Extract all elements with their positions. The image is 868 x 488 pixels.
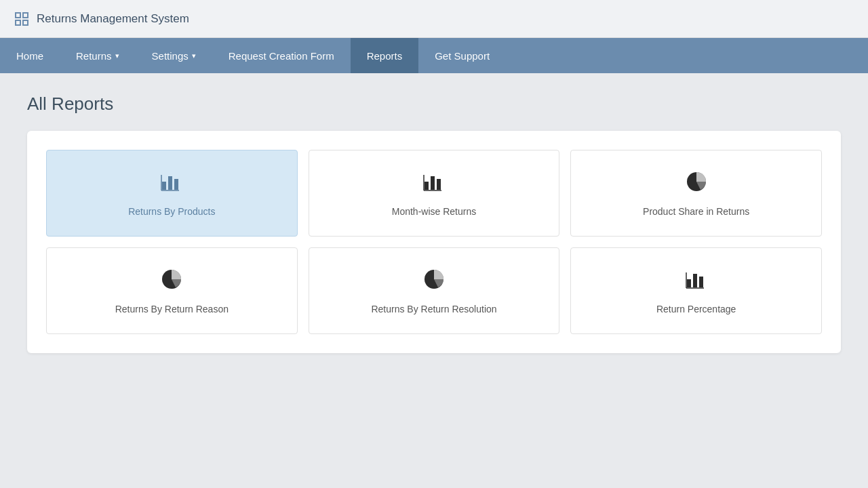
returns-dropdown-arrow: ▾ [115,52,119,60]
report-card-returns-by-return-resolution[interactable]: Returns By Return Resolution [309,247,560,334]
bar-chart-icon-returns-by-products [159,169,184,197]
report-card-label-return-percentage: Return Percentage [656,304,736,314]
reports-container: Returns By Products Month-wise Returns P… [27,131,841,353]
report-card-label-product-share-in-returns: Product Share in Returns [643,206,749,217]
report-card-return-percentage[interactable]: Return Percentage [570,247,822,334]
svg-rect-1 [23,13,28,18]
svg-rect-6 [174,179,178,190]
svg-rect-19 [699,277,703,287]
nav-label-returns: Returns [76,50,112,62]
nav-label-home: Home [16,50,43,62]
svg-rect-10 [431,176,435,190]
app-logo: Returns Management System [14,11,189,27]
svg-rect-18 [693,274,697,287]
report-card-label-returns-by-products: Returns By Products [128,206,215,217]
bar-chart-icon-month-wise-returns [422,169,446,197]
svg-rect-4 [162,182,166,190]
svg-rect-0 [16,13,20,18]
report-card-month-wise-returns[interactable]: Month-wise Returns [309,150,560,237]
settings-dropdown-arrow: ▾ [192,52,196,60]
nav-item-settings[interactable]: Settings ▾ [136,38,212,73]
report-card-product-share-in-returns[interactable]: Product Share in Returns [570,150,822,237]
svg-rect-17 [687,279,691,287]
pie-chart-icon-returns-by-return-resolution [422,267,446,294]
top-bar: Returns Management System [0,0,868,38]
nav-label-reports: Reports [367,50,403,62]
report-card-label-returns-by-return-resolution: Returns By Return Resolution [371,304,496,314]
nav-item-home[interactable]: Home [0,38,60,73]
report-card-returns-by-return-reason[interactable]: Returns By Return Reason [46,247,298,334]
app-logo-icon [14,11,30,27]
nav-label-request-creation-form: Request Creation Form [229,50,334,62]
pie-chart-icon-returns-by-return-reason [159,267,184,294]
pie-chart-icon-product-share-in-returns [684,169,709,197]
svg-rect-3 [23,20,28,25]
svg-rect-5 [168,176,172,190]
svg-rect-9 [425,182,429,190]
report-card-label-returns-by-return-reason: Returns By Return Reason [115,304,229,314]
app-title: Returns Management System [37,12,189,26]
nav-item-get-support[interactable]: Get Support [418,38,506,73]
bar-chart-icon-return-percentage [684,267,709,294]
nav-bar: Home Returns ▾ Settings ▾ Request Creati… [0,38,868,73]
nav-label-get-support: Get Support [435,50,490,62]
svg-rect-2 [16,20,20,25]
main-content: All Reports Returns By Products Month-wi… [0,73,868,373]
nav-item-reports[interactable]: Reports [351,38,419,73]
report-card-returns-by-products[interactable]: Returns By Products [46,150,298,237]
nav-item-returns[interactable]: Returns ▾ [60,38,136,73]
page-title: All Reports [27,94,841,115]
report-card-label-month-wise-returns: Month-wise Returns [392,206,477,217]
nav-item-request-creation-form[interactable]: Request Creation Form [212,38,351,73]
svg-rect-11 [437,179,441,190]
nav-label-settings: Settings [152,50,189,62]
reports-grid: Returns By Products Month-wise Returns P… [46,150,822,334]
